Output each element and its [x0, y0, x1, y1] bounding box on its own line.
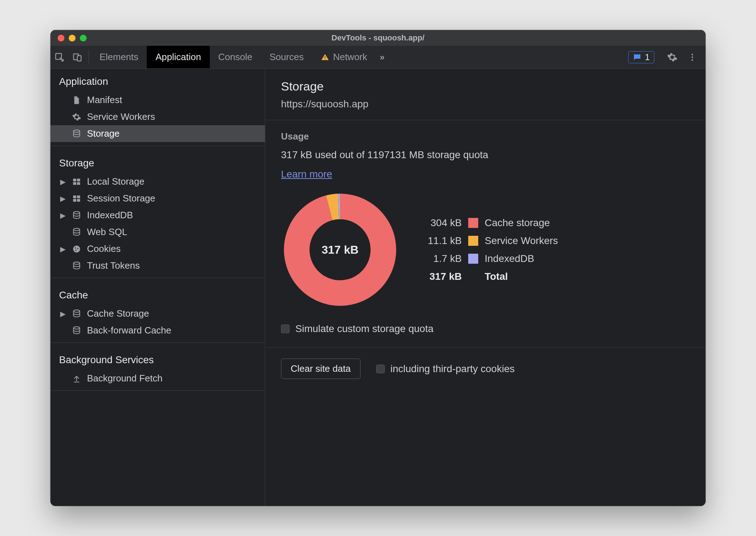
- grid-icon: [71, 176, 82, 187]
- svg-rect-10: [77, 179, 80, 181]
- tab-elements[interactable]: Elements: [91, 46, 147, 68]
- tab-label: Application: [155, 52, 201, 63]
- issues-icon: [633, 53, 641, 62]
- sidebar-item-label: Cookies: [87, 243, 121, 254]
- issues-badge[interactable]: 1: [628, 51, 654, 63]
- sidebar-item-cookies[interactable]: ▶Cookies: [50, 240, 265, 257]
- learn-more-link[interactable]: Learn more: [281, 169, 332, 180]
- sidebar-item-manifest[interactable]: Manifest: [50, 92, 265, 108]
- file-icon: [71, 95, 82, 106]
- tab-label: Network: [333, 52, 367, 63]
- sidebar-item-label: Manifest: [87, 94, 122, 106]
- svg-point-24: [73, 310, 79, 312]
- sidebar-item-background-fetch[interactable]: Background Fetch: [50, 370, 265, 387]
- grid-icon: [71, 193, 82, 204]
- sidebar-item-storage[interactable]: Storage: [50, 125, 265, 142]
- sidebar-item-label: Background Fetch: [87, 373, 163, 384]
- sidebar-item-label: Storage: [87, 128, 120, 139]
- svg-point-25: [73, 327, 79, 329]
- sidebar-item-service-workers[interactable]: Service Workers: [50, 108, 265, 125]
- upload-icon: [71, 373, 82, 384]
- inspect-element-button[interactable]: [50, 46, 68, 68]
- third-party-cookies-label: including third-party cookies: [391, 363, 515, 375]
- settings-button[interactable]: [663, 52, 681, 63]
- cookie-icon: [71, 244, 82, 254]
- sidebar-item-label: IndexedDB: [87, 210, 133, 221]
- usage-summary: 317 kB used out of 1197131 MB storage qu…: [281, 149, 690, 161]
- simulate-quota-checkbox[interactable]: [281, 325, 290, 333]
- usage-donut-chart: 317 kB: [281, 191, 399, 309]
- maximize-window-button[interactable]: [80, 35, 87, 42]
- legend-swatch: [468, 236, 478, 246]
- sidebar-item-label: Trust Tokens: [87, 260, 140, 271]
- sidebar-item-label: Cache Storage: [87, 308, 149, 319]
- tab-console[interactable]: Console: [210, 46, 261, 68]
- db-icon: [71, 128, 82, 139]
- legend-total-value: 317 kB: [428, 271, 462, 282]
- tabs-overflow-button[interactable]: »: [376, 46, 389, 68]
- tab-label: Elements: [100, 52, 138, 63]
- kebab-icon: [688, 53, 697, 62]
- expand-arrow-icon: ▶: [59, 310, 66, 318]
- titlebar: DevTools - squoosh.app/: [50, 30, 706, 46]
- sidebar-item-session-storage[interactable]: ▶Session Storage: [50, 190, 265, 207]
- sidebar-item-trust-tokens[interactable]: Trust Tokens: [50, 257, 265, 274]
- toolbar-separator: [88, 50, 89, 64]
- origin-url: https://squoosh.app: [281, 98, 690, 110]
- page-title: Storage: [281, 79, 690, 93]
- expand-arrow-icon: ▶: [59, 177, 66, 186]
- legend-label: IndexedDB: [485, 253, 558, 264]
- sidebar-item-label: Session Storage: [87, 193, 155, 204]
- sidebar-item-label: Service Workers: [87, 111, 155, 122]
- minimize-window-button[interactable]: [69, 35, 76, 42]
- svg-rect-16: [77, 199, 80, 202]
- sidebar-divider: [50, 390, 265, 391]
- sidebar-divider: [50, 278, 265, 278]
- tab-label: Sources: [270, 52, 304, 63]
- expand-arrow-icon: ▶: [59, 245, 66, 253]
- svg-rect-9: [73, 179, 76, 181]
- db-icon: [71, 210, 82, 221]
- sidebar-divider: [50, 342, 265, 343]
- panel-tabs: Elements Application Console Sources Net…: [91, 46, 389, 68]
- svg-rect-12: [77, 182, 80, 185]
- usage-section-title: Usage: [281, 131, 690, 142]
- legend-label: Cache storage: [485, 217, 558, 229]
- tab-application[interactable]: Application: [147, 46, 209, 68]
- db-icon: [71, 308, 82, 319]
- device-toolbar-button[interactable]: [68, 46, 86, 68]
- more-menu-button[interactable]: [683, 53, 701, 62]
- close-window-button[interactable]: [58, 35, 64, 42]
- legend-swatch: [468, 254, 478, 264]
- sidebar-item-indexeddb[interactable]: ▶IndexedDB: [50, 207, 265, 224]
- sidebar-item-cache-storage[interactable]: ▶Cache Storage: [50, 305, 265, 322]
- issues-count: 1: [645, 52, 650, 62]
- svg-rect-2: [77, 55, 81, 61]
- svg-rect-13: [73, 195, 76, 198]
- legend-value: 11.1 kB: [428, 235, 462, 247]
- sidebar-item-back-forward-cache[interactable]: Back-forward Cache: [50, 322, 265, 339]
- sidebar-section-title: Cache: [50, 282, 265, 305]
- clear-site-data-button[interactable]: Clear site data: [281, 359, 360, 379]
- svg-point-6: [692, 56, 693, 58]
- third-party-cookies-checkbox[interactable]: [376, 365, 385, 373]
- sidebar-item-web-sql[interactable]: Web SQL: [50, 224, 265, 240]
- svg-rect-3: [325, 56, 325, 58]
- sidebar-item-label: Local Storage: [87, 176, 144, 187]
- tab-network[interactable]: Network: [312, 46, 375, 68]
- expand-arrow-icon: ▶: [59, 211, 66, 220]
- svg-point-23: [73, 262, 79, 264]
- db-icon: [71, 227, 82, 238]
- storage-panel: Storage https://squoosh.app Usage 317 kB…: [265, 69, 706, 506]
- expand-arrow-icon: ▶: [59, 194, 66, 203]
- sidebar-item-local-storage[interactable]: ▶Local Storage: [50, 173, 265, 190]
- svg-point-19: [73, 245, 80, 253]
- tab-sources[interactable]: Sources: [261, 46, 312, 68]
- sidebar-item-label: Web SQL: [87, 226, 127, 238]
- donut-center-label: 317 kB: [281, 191, 399, 309]
- legend-value: 1.7 kB: [428, 253, 462, 264]
- svg-point-18: [73, 228, 79, 231]
- db-icon: [71, 260, 82, 271]
- sidebar-item-label: Back-forward Cache: [87, 325, 171, 336]
- gear-icon: [667, 52, 678, 63]
